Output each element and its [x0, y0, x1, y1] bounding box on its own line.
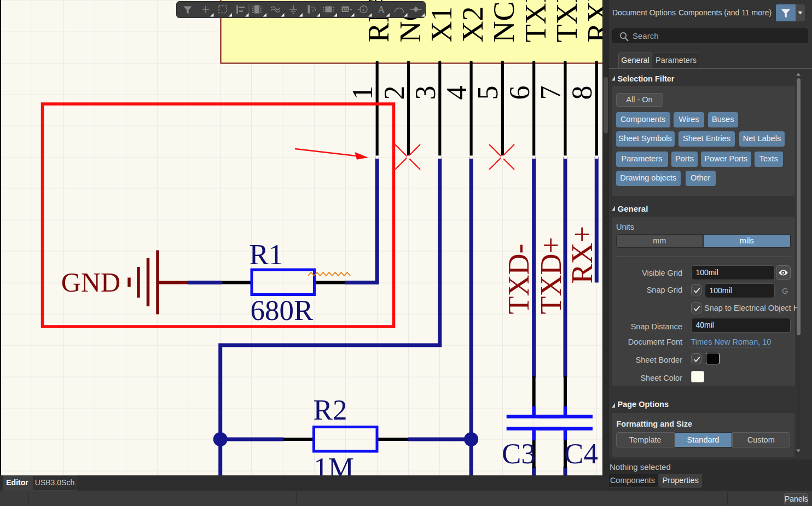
svg-text:TXD-: TXD-	[502, 244, 535, 315]
svg-text:6: 6	[504, 86, 535, 100]
svg-text:C3: C3	[502, 438, 536, 469]
svg-text:5: 5	[472, 86, 503, 100]
svg-text:R2: R2	[314, 394, 347, 426]
svg-text:GND: GND	[61, 267, 120, 298]
svg-text:2: 2	[379, 86, 410, 100]
svg-text:RXD: RXD	[582, 0, 602, 43]
svg-text:4: 4	[441, 86, 472, 100]
svg-text:1: 1	[347, 86, 378, 100]
svg-text:X1: X1	[425, 7, 458, 43]
svg-text:RX+: RX+	[566, 226, 599, 283]
svg-text:TXD+: TXD+	[535, 237, 567, 314]
svg-text:8: 8	[566, 86, 598, 100]
svg-text:1M: 1M	[314, 452, 354, 475]
svg-text:TXD: TXD	[550, 0, 583, 43]
svg-text:NC: NC	[488, 1, 520, 42]
svg-text:TXD: TXD	[519, 0, 552, 43]
svg-text:3: 3	[410, 86, 441, 100]
svg-text:A: A	[378, 4, 385, 15]
svg-text:D1: D1	[343, 7, 349, 12]
svg-text:680R: 680R	[251, 294, 314, 326]
svg-text:C4: C4	[564, 438, 598, 469]
svg-text:7: 7	[535, 86, 566, 100]
svg-text:R1: R1	[250, 239, 283, 270]
svg-text:X2: X2	[456, 7, 489, 43]
